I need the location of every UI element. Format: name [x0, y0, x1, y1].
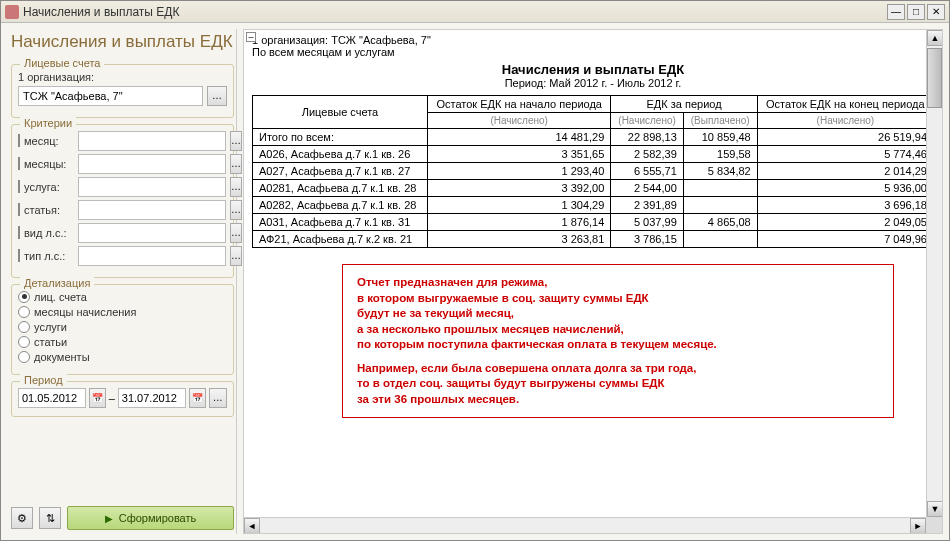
detail-radio-0[interactable]	[18, 291, 30, 303]
table-row[interactable]: А026, Асафьева д.7 к.1 кв. 26 3 351,65 2…	[253, 146, 934, 163]
detail-radio-2[interactable]	[18, 321, 30, 333]
window-body: Начисления и выплаты ЕДК Лицевые счета 1…	[1, 23, 949, 540]
table-row[interactable]: А027, Асафьева д.7 к.1 кв. 27 1 293,40 6…	[253, 163, 934, 180]
total-end: 26 519,94	[757, 129, 933, 146]
total-start: 14 481,29	[428, 129, 611, 146]
th-end: Остаток ЕДК на конец периода	[757, 96, 933, 113]
date-to-picker[interactable]: 📅	[189, 388, 206, 408]
note-line: за эти 36 прошлых месяцев.	[357, 392, 879, 408]
detail-label: лиц. счета	[34, 291, 87, 303]
app-icon	[5, 5, 19, 19]
criteria-checkbox-1[interactable]	[18, 157, 20, 170]
row-end: 2 049,05	[757, 214, 933, 231]
table-row[interactable]: А0282, Асафьева д.7 к.1 кв. 28 1 304,29 …	[253, 197, 934, 214]
generate-button[interactable]: Сформировать	[67, 506, 234, 530]
scroll-up-icon[interactable]: ▲	[927, 30, 943, 46]
th-start: Остаток ЕДК на начало периода	[428, 96, 611, 113]
criteria-input-0[interactable]	[78, 131, 226, 151]
report-title: Начисления и выплаты ЕДК	[252, 62, 934, 77]
row-name: АФ21, Асафьева д.7 к.2 кв. 21	[253, 231, 428, 248]
scroll-right-icon[interactable]: ►	[910, 518, 926, 534]
minimize-button[interactable]: —	[887, 4, 905, 20]
row-end: 5 774,46	[757, 146, 933, 163]
criteria-label: тип л.с.:	[24, 250, 74, 262]
criteria-checkbox-4[interactable]	[18, 226, 20, 239]
collapse-toggle[interactable]: –	[246, 32, 256, 42]
criteria-select-1[interactable]: …	[230, 154, 242, 174]
page-title: Начисления и выплаты ЕДК	[11, 33, 234, 52]
row-name: А031, Асафьева д.7 к.1 кв. 31	[253, 214, 428, 231]
note-line: Например, если была совершена оплата дол…	[357, 361, 879, 377]
row-start: 3 263,81	[428, 231, 611, 248]
date-to-input[interactable]	[118, 388, 186, 408]
detail-radio-1[interactable]	[18, 306, 30, 318]
criteria-input-2[interactable]	[78, 177, 226, 197]
criteria-label: месяцы:	[24, 158, 74, 170]
scroll-thumb-v[interactable]	[927, 48, 942, 108]
detail-label: документы	[34, 351, 90, 363]
horizontal-scrollbar[interactable]: ◄ ►	[244, 517, 926, 533]
period-select-button[interactable]: …	[209, 388, 228, 408]
criteria-select-0[interactable]: …	[230, 131, 242, 151]
criteria-input-5[interactable]	[78, 246, 226, 266]
criteria-select-5[interactable]: …	[230, 246, 242, 266]
titlebar[interactable]: Начисления и выплаты ЕДК — □ ✕	[1, 1, 949, 23]
detail-radio-4[interactable]	[18, 351, 30, 363]
criteria-input-1[interactable]	[78, 154, 226, 174]
row-paid	[683, 197, 757, 214]
row-name: А0281, Асафьева д.7 к.1 кв. 28	[253, 180, 428, 197]
criteria-input-4[interactable]	[78, 223, 226, 243]
total-accr: 22 898,13	[611, 129, 683, 146]
table-row[interactable]: АФ21, Асафьева д.7 к.2 кв. 21 3 263,81 3…	[253, 231, 934, 248]
criteria-select-3[interactable]: …	[230, 200, 242, 220]
date-from-picker[interactable]: 📅	[89, 388, 106, 408]
report-org-line: 1 организация: ТСЖ "Асафьева, 7"	[252, 34, 934, 46]
note-box: Отчет предназначен для режима, в котором…	[342, 264, 894, 418]
th-accr-sub: (Начислено)	[611, 113, 683, 129]
org-select-button[interactable]: …	[207, 86, 227, 106]
sort-button[interactable]: ⇅	[39, 507, 61, 529]
note-line: по которым поступила фактическая оплата …	[357, 337, 879, 353]
report-table: Лицевые счета Остаток ЕДК на начало пери…	[252, 95, 934, 248]
detail-radio-3[interactable]	[18, 336, 30, 348]
scroll-corner	[926, 517, 942, 533]
criteria-select-4[interactable]: …	[230, 223, 242, 243]
table-row[interactable]: А031, Асафьева д.7 к.1 кв. 31 1 876,14 5…	[253, 214, 934, 231]
criteria-label: статья:	[24, 204, 74, 216]
note-line: будут не за текущий месяц,	[357, 306, 879, 322]
close-button[interactable]: ✕	[927, 4, 945, 20]
criteria-checkbox-5[interactable]	[18, 249, 20, 262]
detail-legend: Детализация	[20, 277, 94, 289]
scroll-left-icon[interactable]: ◄	[244, 518, 260, 534]
vertical-scrollbar[interactable]: ▲ ▼	[926, 30, 942, 517]
date-sep: –	[109, 392, 115, 404]
row-paid	[683, 180, 757, 197]
criteria-checkbox-3[interactable]	[18, 203, 20, 216]
org-input[interactable]	[18, 86, 203, 106]
criteria-select-2[interactable]: …	[230, 177, 242, 197]
th-paid-sub: (Выплачено)	[683, 113, 757, 129]
scroll-down-icon[interactable]: ▼	[927, 501, 943, 517]
row-name: А0282, Асафьева д.7 к.1 кв. 28	[253, 197, 428, 214]
table-row[interactable]: А0281, Асафьева д.7 к.1 кв. 28 3 392,00 …	[253, 180, 934, 197]
row-end: 3 696,18	[757, 197, 933, 214]
row-end: 7 049,96	[757, 231, 933, 248]
th-accounts: Лицевые счета	[253, 96, 428, 129]
date-from-input[interactable]	[18, 388, 86, 408]
criteria-input-3[interactable]	[78, 200, 226, 220]
th-period: ЕДК за период	[611, 96, 757, 113]
th-end-sub: (Начислено)	[757, 113, 933, 129]
row-accr: 2 544,00	[611, 180, 683, 197]
criteria-legend: Критерии	[20, 117, 76, 129]
row-start: 3 392,00	[428, 180, 611, 197]
note-line: то в отдел соц. защиты будут выгружены с…	[357, 376, 879, 392]
criteria-checkbox-0[interactable]	[18, 134, 20, 147]
criteria-label: услуга:	[24, 181, 74, 193]
report-area[interactable]: 1 организация: ТСЖ "Асафьева, 7" По всем…	[244, 30, 942, 533]
generate-label: Сформировать	[119, 512, 197, 524]
maximize-button[interactable]: □	[907, 4, 925, 20]
criteria-checkbox-2[interactable]	[18, 180, 20, 193]
row-paid: 4 865,08	[683, 214, 757, 231]
settings-button[interactable]: ⚙	[11, 507, 33, 529]
total-label: Итого по всем:	[253, 129, 428, 146]
